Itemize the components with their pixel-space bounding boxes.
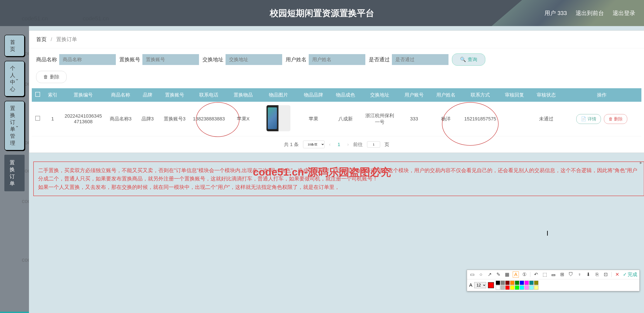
color-swatch[interactable] <box>524 281 529 285</box>
translate-icon[interactable]: 🝙 <box>550 272 556 278</box>
filter-address-input[interactable] <box>226 54 282 65</box>
table-container: 索引 置换编号 商品名称 品牌 置换账号 联系电话 置换物品 物品图片 物品品牌… <box>32 88 642 136</box>
nav-order-mgmt-label: 置换订单管理 <box>10 105 15 147</box>
page-current[interactable]: 1 <box>335 142 343 147</box>
color-swatch[interactable] <box>515 285 519 290</box>
cell-phone: 138238883883 <box>190 102 227 136</box>
filter-product-input[interactable] <box>59 54 116 65</box>
number-icon[interactable]: ① <box>522 272 528 278</box>
cell-review-reply <box>498 102 530 136</box>
logout-link[interactable]: 退出登录 <box>613 9 635 17</box>
breadcrumb-separator: / <box>51 36 52 42</box>
table-row: 1 202242410363454713608 商品名称3 品牌3 置换账号3 … <box>32 102 642 136</box>
download-icon[interactable]: ⬇ <box>585 272 591 278</box>
user-info: 用户 333 退出到前台 退出登录 <box>544 9 635 17</box>
filter-approved-input[interactable] <box>392 54 448 65</box>
chevron-down-icon: ⌄ <box>15 123 19 128</box>
color-swatch[interactable] <box>529 281 534 285</box>
nav-order-mgmt[interactable]: 置换订单管理 ⌄ <box>4 101 24 151</box>
pagination-total: 共 1 条 <box>284 141 299 148</box>
row-checkbox[interactable] <box>35 116 40 121</box>
cell-user-name: 杨洋 <box>430 102 462 136</box>
th-order-no: 置换编号 <box>62 88 105 102</box>
th-contact: 联系方式 <box>462 88 498 102</box>
color-swatch[interactable] <box>515 281 519 285</box>
th-address: 交换地址 <box>362 88 398 102</box>
color-swatch[interactable] <box>524 285 529 290</box>
nav-personal[interactable]: 个人中心 ⌄ <box>4 61 24 97</box>
rectangle-icon[interactable]: ▭ <box>469 272 475 278</box>
pin-icon[interactable]: ⊡ <box>603 272 609 278</box>
color-swatch[interactable] <box>520 285 524 290</box>
color-swatch[interactable] <box>510 281 514 285</box>
color-swatch[interactable] <box>500 285 505 290</box>
copy-icon[interactable]: ⎘ <box>594 272 600 278</box>
cell-actions: 📄 详情 🗑 删除 <box>562 102 642 136</box>
breadcrumb-home[interactable]: 首页 <box>36 36 46 42</box>
color-swatch[interactable] <box>500 281 505 285</box>
pencil-icon[interactable]: ✎ <box>495 272 502 278</box>
trash-icon: 🗑 <box>43 74 48 80</box>
circle-icon[interactable]: ○ <box>478 272 484 278</box>
protect-icon[interactable]: ⛉ <box>568 272 574 278</box>
user-label[interactable]: 用户 333 <box>544 9 567 17</box>
search-icon[interactable]: ♀ <box>576 272 582 278</box>
text-icon[interactable]: A <box>513 272 519 278</box>
page-goto-input[interactable] <box>367 141 380 148</box>
arrow-icon[interactable]: ↗ <box>486 272 493 278</box>
doc-icon: 📄 <box>581 117 586 121</box>
filter-approved-label: 是否通过 <box>369 56 390 63</box>
trash-icon: 🗑 <box>608 117 613 121</box>
cell-contact: 152191857575 <box>462 102 498 136</box>
crop-icon[interactable]: ⬚ <box>542 272 548 278</box>
nav-order[interactable]: 置换订单 <box>4 155 24 191</box>
color-swatch[interactable] <box>529 285 534 290</box>
select-all-checkbox[interactable] <box>35 92 40 97</box>
filter-account-label: 置换账号 <box>119 56 140 63</box>
page-prev-icon[interactable]: ‹ <box>329 142 330 147</box>
color-swatch[interactable] <box>510 285 514 290</box>
row-delete-button[interactable]: 🗑 删除 <box>604 114 628 124</box>
undo-icon[interactable]: ↶ <box>533 272 539 278</box>
cell-product: 商品名称3 <box>105 102 136 136</box>
color-current[interactable] <box>488 282 494 288</box>
color-swatch[interactable] <box>534 281 538 285</box>
cell-address: 浙江杭州保利一号 <box>362 102 398 136</box>
th-item: 置换物品 <box>227 88 259 102</box>
cell-condition: 八成新 <box>330 102 362 136</box>
delete-button[interactable]: 🗑 删除 <box>36 71 66 83</box>
close-icon[interactable]: ✕ <box>614 272 620 278</box>
page-size-select[interactable]: 10条/页 <box>303 141 324 148</box>
color-swatch[interactable] <box>496 281 500 285</box>
pagination: 共 1 条 10条/页 ‹ 1 › 前往 页 <box>29 136 644 153</box>
page-next-icon[interactable]: › <box>347 142 349 147</box>
th-exchange-account: 置换账号 <box>159 88 190 102</box>
cell-review-status: 未通过 <box>530 102 562 136</box>
color-swatch[interactable] <box>505 285 510 290</box>
done-button[interactable]: ✓ 完成 <box>623 271 637 278</box>
color-swatch[interactable] <box>534 285 538 290</box>
color-swatch[interactable] <box>505 281 510 285</box>
sidebar: 首页 个人中心 ⌄ 置换订单管理 ⌄ 置换订单 <box>0 26 29 313</box>
pagination-page-suffix: 页 <box>384 141 389 148</box>
query-button[interactable]: 🔍 查询 <box>452 53 485 66</box>
mosaic-icon[interactable]: ▦ <box>504 272 510 278</box>
nav-order-label: 置换订单 <box>10 159 20 187</box>
screenshot-toolbar: ▭ ○ ↗ ✎ ▦ A ① ↶ ⬚ 🝙 ⊞ ⛉ ♀ ⬇ ⎘ ⊡ ✕ ✓ 完成 A… <box>467 270 640 291</box>
filter-product-label: 商品名称 <box>36 56 57 63</box>
filter-username-input[interactable] <box>309 54 365 65</box>
color-swatch[interactable] <box>496 285 500 290</box>
nav-home[interactable]: 首页 <box>4 35 24 56</box>
font-size-select[interactable]: 12 <box>474 282 486 288</box>
filter-account-input[interactable] <box>142 54 199 65</box>
cell-brand: 品牌3 <box>136 102 159 136</box>
logout-front-link[interactable]: 退出到前台 <box>576 9 604 17</box>
cell-index: 1 <box>43 102 62 136</box>
th-index: 索引 <box>43 88 62 102</box>
detail-button[interactable]: 📄 详情 <box>576 114 601 124</box>
ocr-icon[interactable]: ⊞ <box>559 272 565 278</box>
color-swatch[interactable] <box>520 281 524 285</box>
cell-item: 苹果X <box>227 102 259 136</box>
th-condition: 物品成色 <box>330 88 362 102</box>
filter-bar: 商品名称 置换账号 交换地址 用户姓名 是否通过 <box>29 48 644 71</box>
